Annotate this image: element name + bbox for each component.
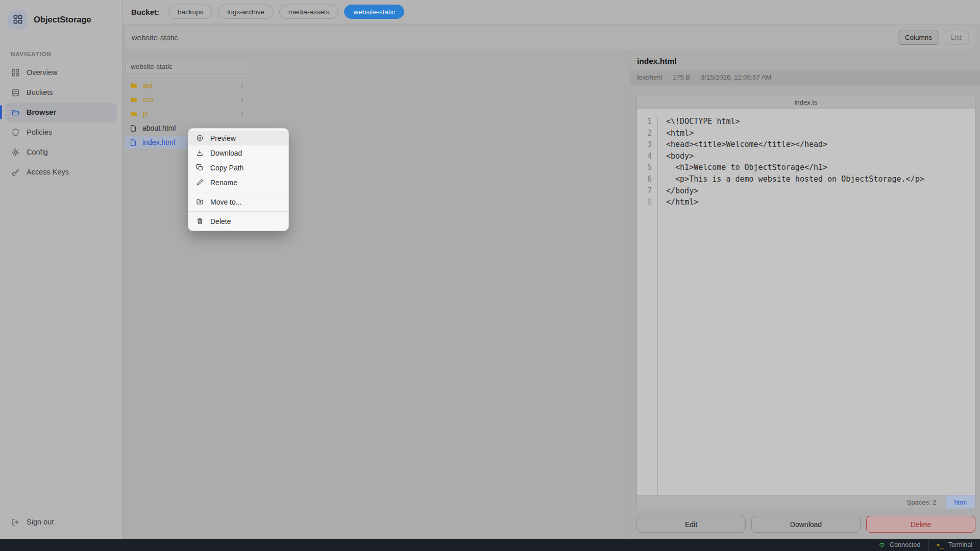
brand-header: ObjectStorage <box>0 0 122 39</box>
content-header: website-static Columns List <box>125 26 976 49</box>
menu-item-copy-path[interactable]: Copy Path <box>188 160 288 175</box>
entry-label: css <box>143 95 154 104</box>
bucket-pill-logs-archive[interactable]: logs-archive <box>218 5 274 19</box>
line-number: 6 <box>637 173 652 185</box>
bucket-pill-website-static[interactable]: website-static <box>344 5 404 19</box>
wifi-icon <box>878 542 886 548</box>
menu-item-label: Preview <box>210 134 236 142</box>
entry-label: about.html <box>142 124 176 132</box>
bucket-bar-label: Bucket: <box>131 8 159 16</box>
delete-button[interactable]: Delete <box>866 516 975 533</box>
folder-entry-api[interactable]: api <box>125 79 250 92</box>
sidebar-item-config[interactable]: Config <box>5 142 117 162</box>
sidebar-item-access-keys[interactable]: Access Keys <box>5 162 117 182</box>
line-number: 7 <box>637 185 652 197</box>
editor-status-bar: Spaces: 2 html <box>637 495 975 509</box>
view-columns-button[interactable]: Columns <box>898 31 939 45</box>
line-number: 4 <box>637 151 652 162</box>
terminal-label: Terminal <box>948 541 972 548</box>
menu-item-move-to[interactable]: Move to... <box>188 194 288 209</box>
column-header: website-static <box>125 60 250 73</box>
page-title: website-static <box>132 33 178 42</box>
bucket-pill-backups[interactable]: backups <box>168 5 212 19</box>
sidebar-item-policies[interactable]: Policies <box>5 122 117 142</box>
folder-move-icon <box>196 198 204 206</box>
sidebar-item-label: Config <box>27 148 48 156</box>
menu-item-delete[interactable]: Delete <box>188 214 288 229</box>
trash-icon <box>196 217 204 225</box>
shield-icon <box>11 128 20 137</box>
code-line: <p>This is a demo website hosted on Obje… <box>666 173 924 185</box>
context-menu: PreviewDownloadCopy PathRenameMove to...… <box>188 128 289 231</box>
sidebar: ObjectStorage NAVIGATION OverviewBuckets… <box>0 0 122 539</box>
folder-entry-js[interactable]: js <box>125 107 250 120</box>
entry-label: index.html <box>142 138 175 146</box>
menu-item-label: Copy Path <box>210 164 243 172</box>
gear-icon <box>11 148 20 157</box>
menu-item-rename[interactable]: Rename <box>188 175 288 190</box>
folder-entry-css[interactable]: css <box>125 93 250 106</box>
edit-button[interactable]: Edit <box>636 516 746 533</box>
sidebar-item-label: Access Keys <box>27 168 69 176</box>
detail-file-title: index.html <box>630 51 980 70</box>
code-line: <h1>Welcome to ObjectStorage</h1> <box>666 162 924 173</box>
sidebar-item-label: Browser <box>27 108 56 116</box>
connection-status: Connected <box>871 539 928 551</box>
menu-item-preview[interactable]: Preview <box>188 131 288 145</box>
sign-out-button[interactable]: Sign out <box>5 513 117 531</box>
editor-body: 12345678 <\!DOCTYPE html><html><head><ti… <box>637 109 975 495</box>
folder-icon <box>130 110 138 118</box>
view-list-button[interactable]: List <box>944 31 969 45</box>
line-number: 2 <box>637 128 652 139</box>
sidebar-nav: OverviewBucketsBrowserPoliciesConfigAcce… <box>0 63 122 182</box>
menu-item-label: Delete <box>210 217 231 226</box>
code-line: <head><title>Welcome</title></head> <box>666 139 924 151</box>
connection-status-label: Connected <box>890 541 920 548</box>
spaces-indicator: Spaces: 2 <box>907 498 937 506</box>
status-bar: Connected >_ Terminal <box>0 539 980 551</box>
sidebar-item-label: Overview <box>27 68 57 77</box>
terminal-button[interactable]: >_ Terminal <box>928 539 980 551</box>
menu-item-label: Rename <box>210 179 237 187</box>
bucket-bar: Bucket: backupslogs-archivemedia-assetsw… <box>123 0 980 23</box>
code-line: <body> <box>666 151 924 162</box>
menu-item-label: Download <box>210 149 242 157</box>
bucket-pill-media-assets[interactable]: media-assets <box>279 5 338 19</box>
pencil-icon <box>196 179 204 186</box>
code-content: <\!DOCTYPE html><html><head><title>Welco… <box>658 116 924 495</box>
sign-out-label: Sign out <box>27 518 54 526</box>
line-number: 5 <box>637 162 652 173</box>
app-title: ObjectStorage <box>34 15 91 24</box>
download-button[interactable]: Download <box>751 516 861 533</box>
code-line: </html> <box>666 196 924 208</box>
menu-divider <box>188 211 288 212</box>
chevron-right-icon <box>239 111 246 117</box>
sidebar-item-label: Policies <box>27 128 52 136</box>
terminal-icon: >_ <box>937 542 944 548</box>
menu-item-download[interactable]: Download <box>188 145 288 160</box>
sidebar-item-browser[interactable]: Browser <box>5 103 117 122</box>
folder-icon <box>130 82 138 89</box>
sidebar-item-label: Buckets <box>27 88 53 96</box>
file-icon <box>130 124 137 132</box>
line-number: 3 <box>637 139 652 151</box>
sidebar-item-buckets[interactable]: Buckets <box>5 83 117 102</box>
sidebar-item-overview[interactable]: Overview <box>5 63 117 82</box>
grid-icon <box>11 68 20 77</box>
meta-modified-date: 3/15/2026, 12:05:57 AM <box>701 73 771 81</box>
copy-icon <box>196 164 204 171</box>
code-line: <html> <box>666 128 924 139</box>
folder-open-icon <box>11 108 20 117</box>
database-icon <box>11 88 20 97</box>
file-detail-panel: index.html text/html 175 B 3/15/2026, 12… <box>630 51 980 537</box>
chevron-right-icon <box>239 96 246 103</box>
eye-icon <box>196 134 204 142</box>
key-icon <box>11 168 20 177</box>
menu-divider <box>188 192 288 192</box>
menu-item-label: Move to... <box>210 198 241 206</box>
line-number: 8 <box>637 196 652 208</box>
meta-file-size: 175 B <box>673 73 690 81</box>
folder-icon <box>130 96 138 104</box>
nav-section-label: NAVIGATION <box>11 51 122 57</box>
code-line: </body> <box>666 185 924 197</box>
